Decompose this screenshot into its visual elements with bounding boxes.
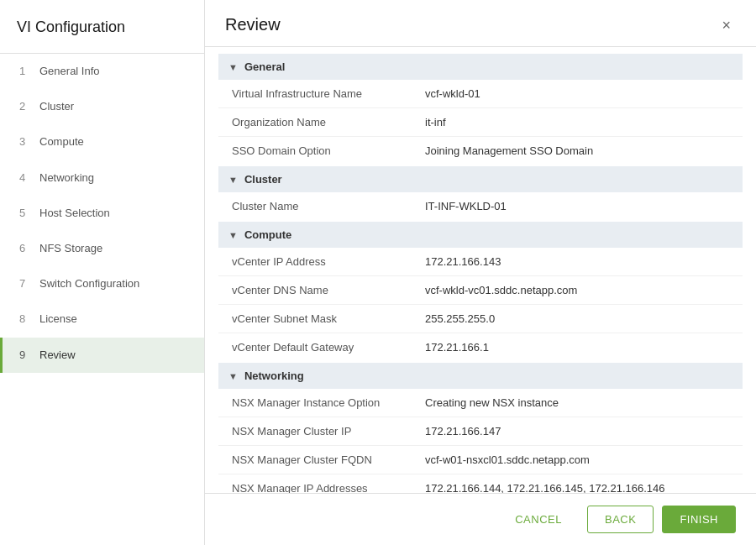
sidebar-item-label: License [39,312,77,327]
sidebar: VI Configuration 1General Info2Cluster3C… [0,0,205,545]
row-label: NSX Manager Instance Option [232,396,425,409]
section-cluster: ▼ClusterCluster NameIT-INF-WKLD-01 [218,166,743,220]
sidebar-item-label: Host Selection [39,206,110,221]
step-number: 7 [19,276,31,291]
row-label: NSX Manager Cluster FQDN [232,453,425,466]
row-value: Creating new NSX instance [425,396,729,409]
sidebar-item-license[interactable]: 8License [0,301,204,337]
section-compute: ▼ComputevCenter IP Address172.21.166.143… [218,222,743,361]
sidebar-item-label: Compute [39,134,84,149]
sidebar-item-host-selection[interactable]: 5Host Selection [0,196,204,231]
chevron-down-icon: ▼ [228,175,238,185]
row-label: vCenter Subnet Mask [232,312,425,325]
table-row: Cluster NameIT-INF-WKLD-01 [218,192,743,220]
table-row: NSX Manager Cluster IP172.21.166.147 [218,417,743,446]
step-number: 2 [19,99,31,114]
sidebar-item-switch-configuration[interactable]: 7Switch Configuration [0,266,204,301]
row-value: 172.21.166.147 [425,425,729,438]
review-sections: ▼GeneralVirtual Infrastructure Namevcf-w… [218,54,743,493]
sidebar-item-label: General Info [39,64,100,79]
sidebar-item-review[interactable]: 9Review [0,338,204,373]
sidebar-item-compute[interactable]: 3Compute [0,124,204,160]
table-row: vCenter Subnet Mask255.255.255.0 [218,305,743,333]
table-row: NSX Manager Instance OptionCreating new … [218,389,743,417]
close-button[interactable]: × [717,16,736,34]
sidebar-item-general-info[interactable]: 1General Info [0,54,204,89]
row-label: Virtual Infrastructure Name [232,87,425,100]
sidebar-item-networking[interactable]: 4Networking [0,160,204,196]
modal-title: Review [225,15,281,34]
section-title: General [244,60,285,73]
chevron-down-icon: ▼ [228,62,238,72]
step-number: 5 [19,206,31,221]
row-value: it-inf [425,116,729,128]
step-number: 6 [19,241,31,256]
main-content: Review × ▼GeneralVirtual Infrastructure … [205,0,756,545]
table-row: vCenter Default Gateway172.21.166.1 [218,333,743,361]
step-number: 3 [19,134,31,149]
row-value: Joining Management SSO Domain [425,144,729,157]
back-button[interactable]: BACK [587,506,654,533]
row-value: 255.255.255.0 [425,312,729,325]
row-value: 172.21.166.143 [425,255,729,268]
section-header-networking[interactable]: ▼Networking [218,363,743,389]
row-label: Organization Name [232,116,425,128]
step-number: 4 [19,170,31,186]
sidebar-item-label: NFS Storage [39,241,102,256]
section-header-cluster[interactable]: ▼Cluster [218,166,743,192]
row-value: 172.21.166.1 [425,341,729,354]
row-label: vCenter Default Gateway [232,341,425,354]
row-label: vCenter IP Address [232,255,425,268]
row-label: NSX Manager IP Addresses [232,482,425,493]
modal-header: Review × [205,0,756,47]
row-label: vCenter DNS Name [232,284,425,296]
app-container: VI Configuration 1General Info2Cluster3C… [0,0,756,545]
row-label: Cluster Name [232,200,425,212]
cancel-button[interactable]: CANCEL [498,506,579,532]
chevron-down-icon: ▼ [228,371,238,381]
sidebar-item-label: Review [39,348,76,363]
table-row: NSX Manager Cluster FQDNvcf-w01-nsxcl01.… [218,446,743,474]
section-general: ▼GeneralVirtual Infrastructure Namevcf-w… [218,54,743,165]
chevron-down-icon: ▼ [228,230,238,240]
review-area[interactable]: ▼GeneralVirtual Infrastructure Namevcf-w… [205,47,756,493]
row-value: 172.21.166.144, 172.21.166.145, 172.21.1… [425,482,729,493]
step-number: 9 [19,348,31,363]
sidebar-item-label: Switch Configuration [39,276,139,291]
modal-footer: CANCEL BACK FINISH [205,493,756,545]
sidebar-item-nfs-storage[interactable]: 6NFS Storage [0,231,204,266]
table-row: vCenter IP Address172.21.166.143 [218,248,743,276]
sidebar-item-label: Cluster [39,99,74,114]
row-label: NSX Manager Cluster IP [232,425,425,438]
sidebar-title: VI Configuration [0,0,204,54]
table-row: vCenter DNS Namevcf-wkld-vc01.sddc.netap… [218,276,743,305]
row-value: vcf-w01-nsxcl01.sddc.netapp.com [425,453,729,466]
finish-button[interactable]: FINISH [662,506,736,533]
section-title: Compute [244,228,291,241]
section-title: Cluster [244,173,282,186]
table-row: Virtual Infrastructure Namevcf-wkld-01 [218,80,743,108]
section-header-general[interactable]: ▼General [218,54,743,80]
row-label: SSO Domain Option [232,144,425,157]
table-row: SSO Domain OptionJoining Management SSO … [218,137,743,165]
row-value: vcf-wkld-01 [425,87,729,100]
table-row: Organization Nameit-inf [218,108,743,137]
step-number: 1 [19,64,31,79]
section-header-compute[interactable]: ▼Compute [218,222,743,248]
sidebar-item-cluster[interactable]: 2Cluster [0,89,204,124]
sidebar-nav: 1General Info2Cluster3Compute4Networking… [0,54,204,373]
sidebar-item-label: Networking [39,170,94,186]
row-value: IT-INF-WKLD-01 [425,200,729,212]
step-number: 8 [19,312,31,327]
section-title: Networking [244,369,304,382]
table-row: NSX Manager IP Addresses172.21.166.144, … [218,474,743,493]
row-value: vcf-wkld-vc01.sddc.netapp.com [425,284,729,296]
section-networking: ▼NetworkingNSX Manager Instance OptionCr… [218,363,743,493]
